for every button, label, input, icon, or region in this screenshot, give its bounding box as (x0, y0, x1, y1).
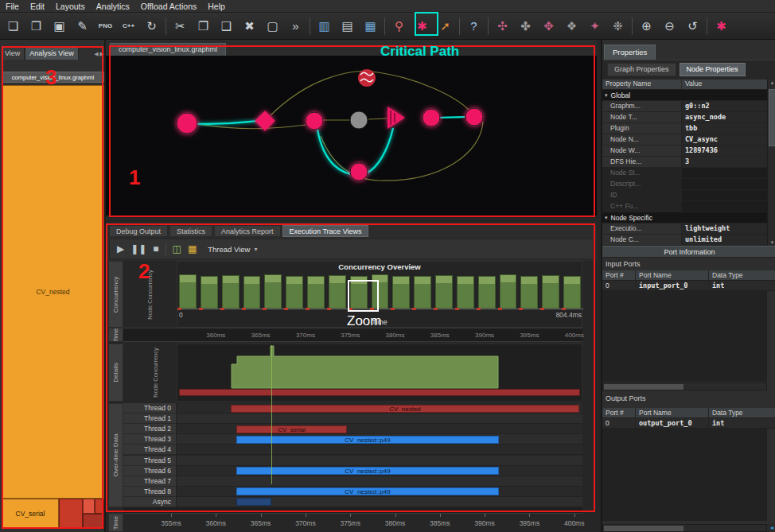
task-bar-cv-nested-p49[interactable]: CV_nested::p49 (236, 487, 499, 495)
graph-node-7[interactable] (388, 107, 405, 129)
scroll-thumb[interactable] (604, 384, 683, 390)
zoom-out-button[interactable]: ⊖ (658, 15, 681, 37)
concurrency-bar[interactable] (542, 275, 559, 309)
concurrency-bar[interactable] (179, 274, 197, 309)
treemap-block[interactable] (83, 514, 104, 528)
scroll-thumb[interactable] (769, 89, 775, 146)
property-row-c-fu[interactable]: C++ Fu... (602, 201, 767, 212)
graph-topology-2-button[interactable]: ✤ (514, 15, 537, 37)
concurrency-bar[interactable] (222, 275, 240, 309)
graph-topology-5-button[interactable]: ✦ (583, 15, 606, 37)
expander-icon[interactable]: ▾ (605, 215, 608, 221)
concurrency-bar[interactable] (329, 275, 346, 309)
menu-help[interactable]: Help (202, 2, 231, 11)
concurrency-bar[interactable] (350, 276, 368, 309)
property-group-global[interactable]: ▾Global (602, 90, 767, 101)
find-node-button[interactable]: ⚲ (388, 15, 411, 37)
property-row-node-st[interactable]: Node St... (602, 168, 767, 179)
new-file-button[interactable]: ❏ (2, 15, 25, 37)
property-row-plugin[interactable]: Plugintbb (602, 123, 767, 134)
task-bar-cv-serial[interactable]: CV_serial (236, 425, 347, 433)
concurrency-bar[interactable] (201, 276, 218, 309)
concurrency-bar[interactable] (307, 276, 325, 309)
delete-button[interactable]: ✖ (238, 15, 261, 37)
concurrency-bar[interactable] (435, 275, 453, 309)
input-ports-scrollbar[interactable] (602, 382, 767, 390)
add-graph-button[interactable]: ✱ (710, 15, 733, 37)
port-row[interactable]: 0input_port_0int (602, 281, 775, 291)
pause-button[interactable]: ❚❚ (130, 244, 146, 254)
group-view-icon[interactable]: ◫ (173, 244, 181, 254)
concurrency-bar[interactable] (520, 276, 538, 309)
zoom-in-button[interactable]: ⊕ (635, 15, 658, 37)
histogram-button[interactable]: ▦ (359, 15, 382, 37)
copy-button[interactable]: ❐ (192, 15, 215, 37)
tab-view[interactable]: View (0, 46, 25, 60)
graph-node-8[interactable] (423, 109, 440, 126)
property-row-graphm[interactable]: Graphm...g0::n2 (602, 101, 767, 112)
tab-analysis-view[interactable]: Analysis View (25, 46, 78, 60)
graph-node-9[interactable] (465, 108, 483, 126)
concurrency-bar[interactable] (264, 274, 282, 309)
menu-offload-actions[interactable]: Offload Actions (135, 2, 202, 11)
task-bar[interactable] (236, 498, 271, 506)
property-row-descript[interactable]: Descript... (602, 179, 767, 190)
scroll-down-icon[interactable]: ▼ (768, 240, 775, 245)
tab-graph-properties[interactable]: Graph Properties (607, 63, 676, 76)
property-row-id[interactable]: ID (602, 190, 767, 201)
reload-button[interactable]: ↻ (140, 15, 163, 37)
tab-scroll-left-icon[interactable]: ◀ (94, 51, 98, 57)
details-chart[interactable] (177, 344, 582, 402)
property-row-node-t[interactable]: Node T...async_node (602, 112, 767, 123)
concurrency-bar[interactable] (478, 276, 496, 309)
thread-view-dropdown[interactable]: Thread View ▾ (203, 243, 262, 255)
graph-topology-3-button[interactable]: ✥ (537, 15, 560, 37)
menu-edit[interactable]: Edit (25, 2, 50, 11)
help-button[interactable]: ? (462, 15, 485, 37)
graph-node-6[interactable] (350, 163, 368, 181)
cut-button[interactable]: ✂ (169, 15, 192, 37)
save-button[interactable]: ▣ (48, 15, 71, 37)
task-bar-cv-nested-p49[interactable]: CV_nested::p49 (236, 436, 499, 444)
treemap-file-header[interactable]: computer_vision_linux.graphml (2, 72, 104, 83)
graph-topology-6-button[interactable]: ❉ (606, 15, 629, 37)
scroll-corner-icon[interactable]: ◄ (767, 524, 775, 532)
task-bar-cv-nested[interactable]: CV_nested (231, 405, 579, 413)
open-file-button[interactable]: ❒ (25, 15, 48, 37)
zoom-reset-button[interactable]: ↺ (681, 15, 704, 37)
legend-icon[interactable]: ▦ (188, 244, 197, 254)
tab-statistics[interactable]: Statistics (169, 225, 212, 237)
concurrency-bar[interactable] (372, 274, 389, 309)
graph-topology-4-button[interactable]: ❖ (560, 15, 583, 37)
panel-bottom-scrollbar[interactable] (602, 524, 767, 532)
scroll-up-icon[interactable]: ▲ (768, 80, 775, 85)
graph-canvas[interactable] (106, 56, 597, 216)
select-box-button[interactable]: ▢ (261, 15, 284, 37)
menu-layouts[interactable]: Layouts (50, 2, 91, 11)
tab-execution-trace-views[interactable]: Execution Trace Views (282, 225, 369, 237)
export-png-button[interactable]: PNG (94, 15, 117, 37)
menu-file[interactable]: File (0, 2, 25, 11)
play-button[interactable]: ▶ (117, 244, 124, 254)
port-row[interactable]: 0output_port_0int (602, 418, 775, 429)
statistics-trend-button[interactable]: ➚ (434, 15, 457, 37)
treemap-block[interactable] (83, 499, 95, 514)
property-row-executio[interactable]: Executio...lightweight (602, 223, 767, 235)
concurrency-bar[interactable] (457, 276, 474, 309)
export-cpp-button[interactable]: C++ (117, 15, 140, 37)
analytics-report-button[interactable]: ▤ (336, 15, 359, 37)
graph-node-4[interactable] (350, 111, 368, 129)
treemap-block-cv-serial[interactable]: CV_serial (2, 499, 59, 528)
scroll-thumb[interactable] (604, 526, 683, 531)
tab-analytics-report[interactable]: Analytics Report (214, 225, 281, 237)
concurrency-bar[interactable] (563, 276, 581, 309)
graph-node-1[interactable] (177, 113, 197, 134)
property-row-dfs-hie[interactable]: DFS Hie...3 (602, 157, 767, 168)
time-ruler[interactable]: 360ms365ms370ms375ms380ms385ms390ms395ms… (123, 328, 582, 342)
tab-node-properties[interactable]: Node Properties (680, 63, 746, 76)
treemap-block[interactable] (59, 499, 83, 528)
overview-chart[interactable] (177, 273, 583, 309)
property-row-node-w[interactable]: Node W...12897436 (602, 146, 767, 157)
save-as-button[interactable]: ✎ (71, 15, 94, 37)
critical-path-button[interactable]: ✱ (411, 15, 434, 37)
